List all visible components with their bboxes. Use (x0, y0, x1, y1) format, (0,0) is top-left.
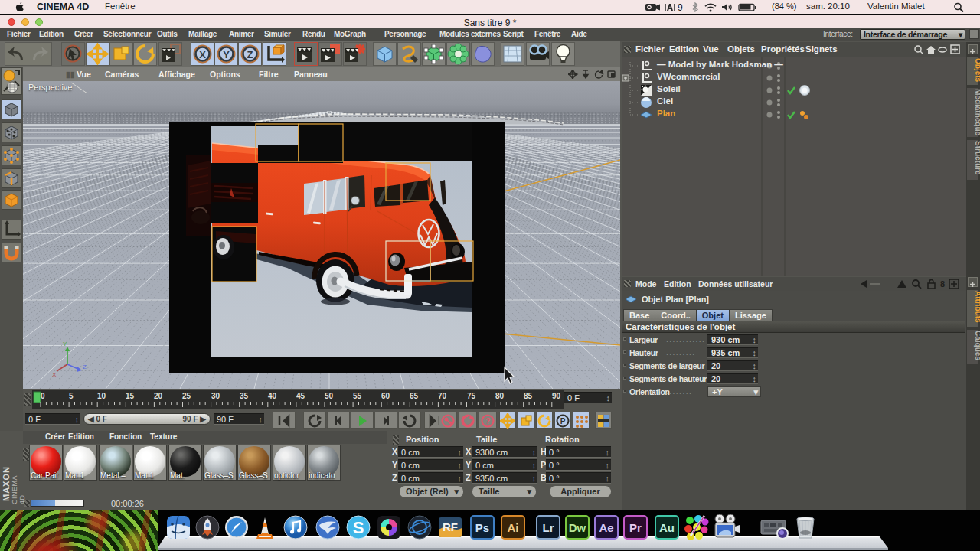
svg-text:85: 85 (524, 392, 533, 400)
svg-text:25: 25 (182, 392, 191, 400)
svg-text:40: 40 (268, 392, 277, 400)
svg-text:RF: RF (443, 520, 458, 533)
svg-text:X: X (199, 49, 206, 60)
svg-text:20: 20 (154, 392, 163, 400)
svg-text:30: 30 (211, 392, 220, 400)
svg-text:Y: Y (63, 341, 67, 347)
svg-text:S: S (353, 518, 364, 537)
svg-text:75: 75 (467, 392, 476, 400)
svg-text:Ae: Ae (599, 521, 613, 534)
svg-text:Z: Z (247, 49, 253, 60)
svg-text:15: 15 (126, 392, 135, 400)
svg-text:Dw: Dw (569, 521, 586, 534)
svg-text:8: 8 (940, 279, 945, 289)
svg-text:Lr: Lr (543, 521, 554, 534)
svg-text:9: 9 (678, 2, 683, 12)
svg-text:60: 60 (381, 392, 390, 400)
svg-text:Ai: Ai (508, 521, 519, 534)
svg-text:Y: Y (223, 49, 230, 60)
svg-text:0: 0 (41, 392, 45, 400)
svg-text:5: 5 (69, 392, 74, 400)
svg-text:80: 80 (495, 392, 505, 400)
svg-text:35: 35 (240, 392, 249, 400)
svg-text:Au: Au (659, 521, 675, 534)
svg-text:Ps: Ps (475, 521, 489, 534)
svg-text:90: 90 (552, 392, 561, 400)
svg-text:45: 45 (296, 392, 305, 400)
svg-text:50: 50 (325, 392, 334, 400)
svg-text:Pr: Pr (629, 521, 642, 534)
svg-text:70: 70 (438, 392, 447, 400)
svg-text:X: X (52, 371, 57, 378)
svg-text:Z: Z (83, 364, 87, 370)
svg-text:10: 10 (97, 392, 106, 400)
svg-text:P: P (560, 417, 566, 425)
svg-text:65: 65 (410, 392, 419, 400)
svg-text:55: 55 (353, 392, 362, 400)
svg-text:?: ? (485, 416, 491, 425)
